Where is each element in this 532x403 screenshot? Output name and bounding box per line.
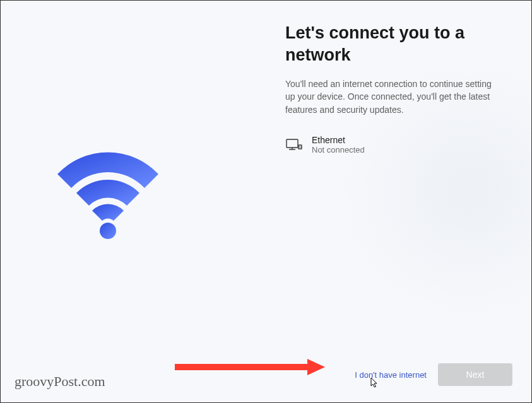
svg-point-0 (100, 223, 116, 239)
annotation-arrow-icon (175, 358, 326, 379)
network-status: Not connected (312, 145, 365, 155)
footer-actions: I don't have internet Next (355, 363, 512, 386)
svg-rect-5 (299, 145, 302, 149)
network-name: Ethernet (312, 135, 365, 145)
network-info: Ethernet Not connected (312, 135, 365, 155)
watermark-text: groovyPost.com (15, 373, 105, 390)
main-content: Let's connect you to a network You'll ne… (285, 22, 494, 157)
no-internet-link[interactable]: I don't have internet (355, 370, 427, 380)
svg-marker-9 (307, 359, 325, 375)
network-item-ethernet[interactable]: Ethernet Not connected (285, 132, 494, 157)
ethernet-icon (285, 136, 303, 154)
wifi-icon (51, 143, 165, 240)
svg-rect-1 (287, 139, 298, 148)
page-title: Let's connect you to a network (285, 22, 494, 66)
next-button[interactable]: Next (438, 363, 512, 386)
page-subtitle: You'll need an internet connection to co… (285, 78, 494, 116)
